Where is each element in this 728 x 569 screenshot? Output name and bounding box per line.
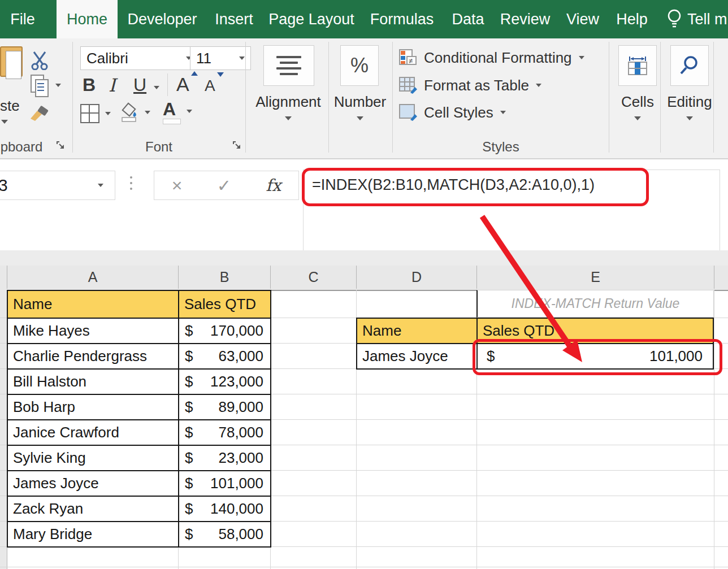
cell-b1-sales-header[interactable]: Sales QTD [178,290,271,319]
cell-styles-caret [500,111,506,114]
cell-d3-lookup-name[interactable]: James Joyce [356,343,478,370]
cell-a9[interactable]: Zack Ryan [7,496,179,522]
tab-page-layout[interactable]: Page Layout [266,0,357,38]
font-size-select[interactable]: 11 [190,46,251,70]
clipboard-group-label: pboard [0,139,51,155]
shrink-font-button[interactable]: A [205,77,215,95]
cell-a3[interactable]: Charlie Pendergrass [7,343,179,370]
copy-button[interactable] [31,75,50,96]
cell-styles-icon [399,104,417,121]
paste-button[interactable]: ste [0,45,21,119]
format-as-table-icon [399,77,417,94]
name-box[interactable]: 3 [0,171,115,200]
search-icon [678,54,701,77]
column-header-row: A B C D E [0,266,728,291]
copy-dropdown-caret [55,84,61,87]
select-all-corner[interactable] [0,266,7,289]
font-color-button[interactable]: A [163,101,181,124]
number-button[interactable]: % [340,45,379,86]
cells-group-label: Cells [610,93,665,111]
tab-review[interactable]: Review [496,0,554,38]
cell-a8[interactable]: James Joyce [7,470,179,497]
cell-a5[interactable]: Bob Harp [7,394,179,420]
cells-button[interactable] [618,45,657,86]
cell-d2-name-header[interactable]: Name [356,318,478,344]
fill-color-icon [120,102,140,123]
editing-caret[interactable] [661,116,718,120]
tab-file[interactable]: File [0,0,45,38]
cell-e1-caption[interactable]: INDEX-MATCH Return Value [476,290,714,318]
name-box-value: 3 [0,176,8,195]
format-painter-icon [28,102,51,122]
sheet-top-gap [0,250,728,266]
column-header-d[interactable]: D [357,266,477,289]
column-header-b[interactable]: B [179,266,271,289]
fill-color-caret [145,111,150,114]
conditional-formatting-caret [579,56,584,59]
formula-input[interactable]: =INDEX(B2:B10,MATCH(D3,A2:A10,0),1) [312,176,595,194]
grow-font-button[interactable]: A [176,73,189,95]
cell-b10[interactable]: $58,000 [178,521,271,548]
cells-caret[interactable] [610,116,665,120]
column-header-e[interactable]: E [477,266,714,289]
cell-styles-button[interactable]: Cell Styles [399,102,506,123]
borders-button[interactable] [80,104,99,123]
tell-me-box[interactable]: Tell m [667,0,727,38]
cell-a1-name-header[interactable]: Name [7,290,179,319]
copy-icon [31,75,50,96]
fill-color-button[interactable] [120,102,140,125]
cell-b4[interactable]: $123,000 [178,368,271,395]
cell-a6[interactable]: Janice Crawford [7,419,179,446]
number-caret[interactable] [328,116,392,120]
lightbulb-icon [667,8,682,30]
tab-view[interactable]: View [562,0,604,38]
format-painter-button[interactable] [28,102,51,124]
tab-insert[interactable]: Insert [208,0,260,38]
font-color-caret [187,110,192,113]
shrink-font-caret [217,72,224,77]
cell-a4[interactable]: Bill Halston [7,368,179,395]
cell-a7[interactable]: Sylvie King [7,445,179,471]
bold-button[interactable]: B [83,75,96,95]
cell-b2[interactable]: $170,000 [178,318,271,344]
cell-a10[interactable]: Mary Bridge [7,521,179,548]
tab-formulas[interactable]: Formulas [366,0,437,38]
cell-b5[interactable]: $89,000 [178,394,271,420]
clipboard-dialog-launcher-icon[interactable] [57,141,66,153]
cell-b7[interactable]: $23,000 [178,445,271,471]
font-group-label: Font [72,139,245,155]
underline-caret [154,86,159,89]
styles-group-label: Styles [392,139,609,155]
cancel-icon[interactable]: × [172,175,183,196]
formula-bar-buttons: × ✓ fx [154,171,299,200]
tab-home[interactable]: Home [57,0,118,38]
insert-function-icon[interactable]: fx [266,176,281,195]
cell-a2[interactable]: Mike Hayes [7,318,179,344]
column-header-c[interactable]: C [271,266,357,289]
percent-icon: % [350,54,369,77]
cell-b6[interactable]: $78,000 [178,419,271,446]
alignment-button[interactable] [263,45,314,86]
paste-label: ste [0,97,20,115]
underline-button[interactable]: U [133,75,146,95]
enter-icon[interactable]: ✓ [217,176,231,196]
alignment-caret[interactable] [247,116,330,120]
conditional-formatting-button[interactable]: ≠ Conditional Formatting [399,47,584,68]
cut-button[interactable] [29,50,50,72]
cell-b9[interactable]: $140,000 [178,496,271,522]
editing-button[interactable] [670,45,709,86]
cell-b3[interactable]: $63,000 [178,343,271,370]
column-header-f-partial[interactable] [714,266,728,289]
formula-bar-separator[interactable] [130,176,132,190]
format-as-table-button[interactable]: Format as Table [399,75,541,95]
column-header-a[interactable]: A [7,266,179,289]
font-dialog-launcher-icon[interactable] [233,141,242,153]
tab-help[interactable]: Help [610,0,653,38]
ribbon: ste pb [0,38,728,159]
tab-developer[interactable]: Developer [122,0,202,38]
italic-button[interactable]: I [109,75,116,96]
cell-b8[interactable]: $101,000 [178,470,271,497]
excel-window: File Home Developer Insert Page Layout F… [0,0,728,569]
font-name-select[interactable]: Calibri [80,46,198,70]
tab-data[interactable]: Data [447,0,489,38]
